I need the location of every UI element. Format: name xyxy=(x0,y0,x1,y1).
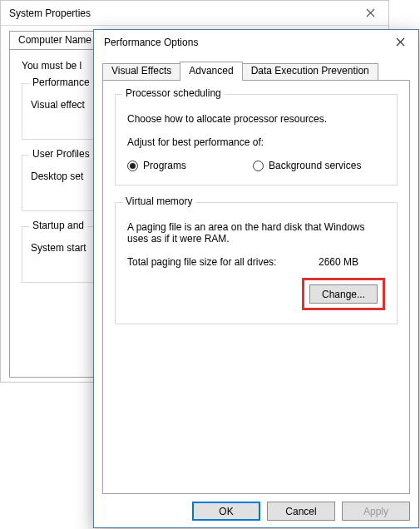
group-startup-legend: Startup and xyxy=(29,220,87,231)
group-user-profiles-legend: User Profiles xyxy=(29,148,93,160)
performance-options-window: Performance Options Visual Effects Advan… xyxy=(93,29,419,528)
radio-icon xyxy=(127,161,138,171)
change-button[interactable]: Change... xyxy=(309,284,378,304)
group-virtual-memory: Virtual memory A paging file is an area … xyxy=(115,202,398,324)
perf-tabs: Visual Effects Advanced Data Execution P… xyxy=(102,62,410,80)
perf-titlebar: Performance Options xyxy=(94,30,418,55)
group-processor-scheduling: Processor scheduling Choose how to alloc… xyxy=(115,94,398,185)
perf-footer: OK Cancel Apply xyxy=(192,502,410,521)
radio-background[interactable]: Background services xyxy=(253,160,361,171)
virtual-memory-legend: Virtual memory xyxy=(122,195,195,207)
group-performance-legend: Performance xyxy=(29,77,93,88)
tab-dep[interactable]: Data Execution Prevention xyxy=(242,63,378,82)
tab-computer-name[interactable]: Computer Name xyxy=(9,31,101,49)
sysprop-titlebar: System Properties xyxy=(1,1,388,26)
processor-scheduling-desc: Choose how to allocate processor resourc… xyxy=(127,113,385,125)
radio-background-label: Background services xyxy=(269,160,361,171)
perf-panel: Processor scheduling Choose how to alloc… xyxy=(102,80,410,494)
vm-total-row: Total paging file size for all drives: 2… xyxy=(127,256,385,268)
close-icon[interactable] xyxy=(352,1,388,25)
close-icon[interactable] xyxy=(382,30,418,54)
cancel-button[interactable]: Cancel xyxy=(267,502,335,521)
virtual-memory-desc: A paging file is an area on the hard dis… xyxy=(127,221,385,245)
adjust-label: Adjust for best performance of: xyxy=(127,136,385,148)
perf-title: Performance Options xyxy=(104,37,198,48)
sysprop-title: System Properties xyxy=(9,7,91,19)
tab-visual-effects[interactable]: Visual Effects xyxy=(102,63,180,82)
change-button-wrap: Change... xyxy=(127,278,385,310)
perf-body: Visual Effects Advanced Data Execution P… xyxy=(94,55,418,502)
vm-total-value: 2660 MB xyxy=(319,256,385,268)
processor-scheduling-legend: Processor scheduling xyxy=(122,87,225,99)
radio-row: Programs Background services xyxy=(127,160,385,171)
radio-programs-label: Programs xyxy=(143,160,186,171)
radio-programs[interactable]: Programs xyxy=(127,160,186,171)
apply-button[interactable]: Apply xyxy=(342,502,410,521)
highlight-box: Change... xyxy=(302,278,385,310)
radio-icon xyxy=(253,161,264,171)
tab-advanced[interactable]: Advanced xyxy=(180,62,242,80)
vm-total-label: Total paging file size for all drives: xyxy=(127,256,319,268)
ok-button[interactable]: OK xyxy=(192,502,260,521)
